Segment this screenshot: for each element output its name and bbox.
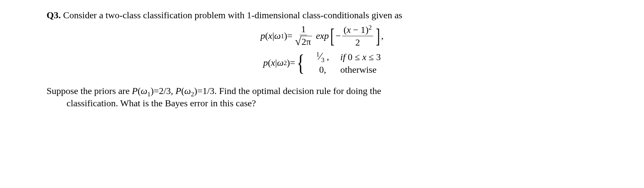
eq2-x: x (271, 58, 275, 68)
eq1-exp: exp (316, 31, 329, 41)
eq2-open: ( (268, 58, 271, 68)
eq2-case2: 0, otherwise (308, 65, 377, 75)
eq2-brace: { (297, 52, 305, 73)
eq1-open: ( (265, 31, 268, 41)
p2-p1-lhs: P (132, 86, 138, 96)
eq2-close: ) (287, 58, 290, 68)
eq2-case1: 1⁄3 , if 0 ≤ x ≤ 3 (308, 51, 381, 63)
eq2-omega: ω (277, 58, 284, 68)
eq1-sub: 1 (281, 33, 284, 40)
eq1-frac-den: √ 2π (294, 35, 313, 48)
eq1-equals: = (287, 31, 292, 41)
eq1-x: x (268, 31, 272, 41)
eq1-p: p (260, 31, 265, 41)
eq1-omega: ω (274, 31, 281, 41)
eq1-inner-num: (x − 1)2 (342, 24, 373, 36)
eq2-p: p (263, 58, 268, 68)
question-intro: Consider a two-class classification prob… (63, 10, 402, 20)
eq2-case2-val: 0, (308, 65, 338, 75)
eq2-case1-if: if (340, 52, 348, 62)
eq2-equals: = (290, 58, 295, 68)
p2-p1-val: =2/3, (154, 86, 176, 96)
eq1-lbracket: [ (330, 26, 334, 46)
equation-1: p ( x | ω 1 ) = 1 √ 2π exp [ − (47, 24, 597, 48)
question-label: Q3. (47, 10, 61, 20)
eq1-comma: , (381, 31, 384, 41)
question-line: Q3. Consider a two-class classification … (47, 10, 597, 21)
equation-block: p ( x | ω 1 ) = 1 √ 2π exp [ − (47, 24, 597, 76)
p2-p2-lhs: P (176, 86, 181, 96)
p2-text1: Suppose the priors are (47, 86, 132, 96)
document-content: Q3. Consider a two-class classification … (0, 0, 644, 119)
eq1-inner-den: 2 (354, 36, 361, 48)
p2-text2: Find the optimal decision rule for doing… (219, 86, 381, 96)
eq1-rbracket: ] (376, 26, 380, 46)
p2-text3: classification. What is the Bayes error … (47, 98, 597, 109)
equation-2: p ( x | ω 2 ) = { 1⁄3 , (47, 50, 597, 76)
eq2-case1-cond: 0 ≤ x ≤ 3 (348, 52, 381, 62)
eq2-case2-cond: otherwise (338, 65, 377, 75)
eq1-fraction: 1 √ 2π (294, 24, 313, 48)
p2-p2-val: =1/3. (197, 86, 219, 96)
eq1-minus: − (336, 31, 341, 41)
eq1-frac-num: 1 (300, 24, 307, 36)
eq2-sub: 2 (283, 59, 287, 67)
eq1-inner-frac: (x − 1)2 2 (342, 24, 373, 48)
paragraph-2: Suppose the priors are P(ω1)=2/3, P(ω2)=… (47, 86, 597, 109)
eq1-sqrt-body: 2π (301, 36, 312, 47)
eq1-close: ) (284, 31, 287, 41)
